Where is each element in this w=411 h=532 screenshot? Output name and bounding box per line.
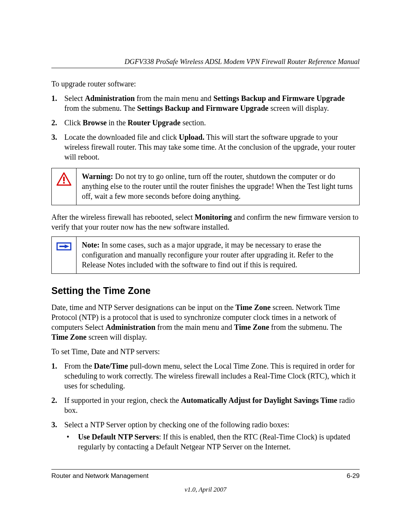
note-icon <box>52 237 76 273</box>
note-callout: Note: In some cases, such as a major upg… <box>51 236 360 274</box>
svg-rect-2 <box>63 182 65 184</box>
section-heading: Setting the Time Zone <box>51 284 360 297</box>
step-body: Select Administration from the main menu… <box>64 93 360 113</box>
list-item: 3. Select a NTP Server option by checkin… <box>51 420 360 455</box>
step-number: 3. <box>51 420 64 455</box>
list-item: • Use Default NTP Servers: If this is en… <box>64 432 360 452</box>
header-rule <box>51 68 360 68</box>
sub-bullet-list: • Use Default NTP Servers: If this is en… <box>64 432 360 452</box>
step-body: Locate the downloaded file and click Upl… <box>64 132 360 162</box>
step-number: 2. <box>51 118 64 128</box>
list-item: 3. Locate the downloaded file and click … <box>51 132 360 162</box>
bullet-body: Use Default NTP Servers: If this is enab… <box>78 432 360 452</box>
footer-section-title: Router and Network Management <box>51 472 148 480</box>
header-title: DGFV338 ProSafe Wireless ADSL Modem VPN … <box>51 57 360 66</box>
warning-icon <box>52 168 76 205</box>
list-item: 1. Select Administration from the main m… <box>51 93 360 113</box>
footer-version: v1.0, April 2007 <box>51 486 360 494</box>
page-footer: Router and Network Management 6-29 v1.0,… <box>51 469 360 494</box>
intro-text: To upgrade router software: <box>51 79 360 89</box>
section-paragraph: Date, time and NTP Server designations c… <box>51 302 360 342</box>
step-body: If supported in your region, check the A… <box>64 395 360 415</box>
step-number: 1. <box>51 361 64 391</box>
section-intro: To set Time, Date and NTP servers: <box>51 347 360 356</box>
list-item: 2. Click Browse in the Router Upgrade se… <box>51 118 360 128</box>
document-page: DGFV338 ProSafe Wireless ADSL Modem VPN … <box>0 0 411 532</box>
timezone-steps-list: 1. From the Date/Time pull-down menu, se… <box>51 361 360 455</box>
list-item: 2. If supported in your region, check th… <box>51 395 360 415</box>
step-body: From the Date/Time pull-down menu, selec… <box>64 361 360 391</box>
note-text: Note: In some cases, such as a major upg… <box>76 237 359 273</box>
footer-rule <box>51 469 360 470</box>
step-body: Select a NTP Server option by checking o… <box>64 420 360 455</box>
warning-text: Warning: Do not try to go online, turn o… <box>76 168 359 205</box>
footer-page-number: 6-29 <box>347 472 360 480</box>
step-body: Click Browse in the Router Upgrade secti… <box>64 118 360 128</box>
step-number: 3. <box>51 132 64 162</box>
bullet-dot: • <box>64 432 78 452</box>
svg-rect-5 <box>59 246 65 247</box>
after-warning-text: After the wireless firewall has rebooted… <box>51 212 360 232</box>
list-item: 1. From the Date/Time pull-down menu, se… <box>51 361 360 391</box>
step-number: 1. <box>51 93 64 113</box>
warning-callout: Warning: Do not try to go online, turn o… <box>51 168 360 205</box>
svg-rect-1 <box>63 177 65 181</box>
upgrade-steps-list: 1. Select Administration from the main m… <box>51 93 360 162</box>
step-number: 2. <box>51 395 64 415</box>
